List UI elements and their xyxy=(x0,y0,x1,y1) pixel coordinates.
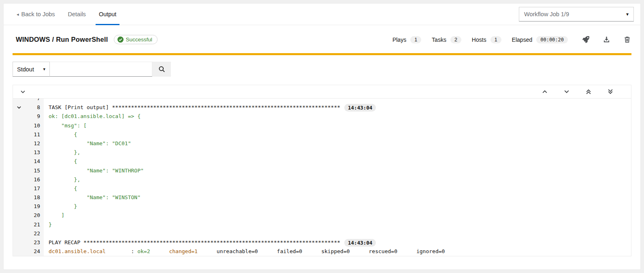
line-content: } xyxy=(44,202,77,211)
output-line: 20 ] xyxy=(13,211,631,220)
job-output-page: ◂ Back to Jobs Details Output Workflow J… xyxy=(3,3,641,270)
stat-hosts-count: 1 xyxy=(490,36,501,43)
line-gutter: 13 xyxy=(13,148,44,157)
output-line: 16 }, xyxy=(13,175,631,184)
output-line: 8TASK [Print output] *******************… xyxy=(13,103,631,112)
code-segment: } xyxy=(49,202,77,211)
line-content: ok: [dc01.ansible.local] => { xyxy=(44,112,141,121)
output-line: 23PLAY RECAP ***************************… xyxy=(13,238,631,247)
download-output-button[interactable] xyxy=(602,35,611,44)
page-title: WINDOWS / Run PowerShell xyxy=(16,36,108,43)
search-button[interactable] xyxy=(152,62,171,77)
output-search-row: Stdout ▾ xyxy=(13,62,631,77)
timestamp-badge: 14:43:04 xyxy=(344,104,376,112)
stdout-lines: 7 8TASK [Print output] *****************… xyxy=(13,99,631,256)
relaunch-button[interactable] xyxy=(582,35,590,44)
chevron-down-icon xyxy=(564,89,569,95)
tab-bar: ◂ Back to Jobs Details Output Workflow J… xyxy=(4,4,640,25)
code-segment: } xyxy=(49,220,52,229)
back-to-jobs-link[interactable]: ◂ Back to Jobs xyxy=(10,4,62,25)
line-gutter: 24 xyxy=(13,247,44,256)
back-caret-icon: ◂ xyxy=(17,12,19,17)
line-number: 16 xyxy=(25,175,44,184)
line-gutter: 16 xyxy=(13,175,44,184)
line-content: PLAY RECAP *****************************… xyxy=(44,238,376,247)
chevron-down-icon xyxy=(20,89,26,95)
workflow-job-select[interactable]: Workflow Job 1/9 ▾ xyxy=(519,7,634,21)
double-chevron-down-icon xyxy=(608,88,613,95)
line-number: 24 xyxy=(25,247,44,256)
output-line: 13 }, xyxy=(13,148,631,157)
line-number: 9 xyxy=(25,112,44,121)
line-number: 8 xyxy=(25,103,44,112)
stat-hosts-label: Hosts xyxy=(472,37,486,43)
line-number: 23 xyxy=(25,238,44,247)
line-content: }, xyxy=(44,148,80,157)
line-number: 18 xyxy=(25,193,44,202)
output-line: 18 "Name": "WINSTON" xyxy=(13,193,631,202)
code-segment: ] xyxy=(49,211,64,220)
code-segment: "Name": "WINTHROP" xyxy=(49,166,144,175)
chevron-down-icon xyxy=(17,105,21,110)
collapse-all-toggle[interactable] xyxy=(19,88,27,96)
scroll-previous-button[interactable] xyxy=(540,87,550,96)
line-content xyxy=(44,99,49,103)
scroll-next-button[interactable] xyxy=(561,87,572,96)
stat-elapsed: Elapsed 00:00:20 xyxy=(512,36,568,43)
line-number: 20 xyxy=(25,211,44,220)
line-content: dc01.ansible.local : ok=2 changed=1 unre… xyxy=(44,247,445,256)
delete-job-button[interactable] xyxy=(623,35,631,44)
line-number: 21 xyxy=(25,220,44,229)
line-number: 12 xyxy=(25,139,44,148)
workflow-job-select-value: Workflow Job 1/9 xyxy=(524,11,569,17)
double-chevron-up-icon xyxy=(586,88,591,95)
output-line: 21} xyxy=(13,220,631,229)
chevron-up-icon xyxy=(542,89,548,95)
stat-tasks: Tasks 2 xyxy=(432,36,461,43)
tab-details[interactable]: Details xyxy=(62,4,92,25)
search-input[interactable] xyxy=(50,62,152,77)
line-content: TASK [Print output] ********************… xyxy=(44,103,376,112)
line-gutter: 10 xyxy=(13,121,44,130)
line-gutter: 11 xyxy=(13,130,44,139)
job-header: WINDOWS / Run PowerShell Successful Play… xyxy=(13,25,631,51)
download-icon xyxy=(603,36,610,43)
search-type-value: Stdout xyxy=(17,66,34,73)
line-content: "msg": [ xyxy=(44,121,87,130)
line-expand-toggle[interactable] xyxy=(13,105,25,110)
stat-tasks-count: 2 xyxy=(450,36,461,43)
tab-output[interactable]: Output xyxy=(92,4,123,25)
code-segment: { xyxy=(49,130,77,139)
code-segment: }, xyxy=(49,148,80,157)
output-line: 22 xyxy=(13,229,631,238)
line-number: 17 xyxy=(25,184,44,193)
line-gutter: 15 xyxy=(13,166,44,175)
stat-plays-label: Plays xyxy=(392,37,406,43)
output-line: 10 "msg": [ xyxy=(13,121,631,130)
code-segment: { xyxy=(49,157,77,166)
search-type-select[interactable]: Stdout ▾ xyxy=(13,62,50,77)
caret-down-icon: ▾ xyxy=(626,11,629,17)
scroll-top-button[interactable] xyxy=(583,87,594,97)
code-segment: { xyxy=(49,184,77,193)
code-segment: TASK [Print output] ********************… xyxy=(49,103,340,112)
scroll-bottom-button[interactable] xyxy=(605,87,616,97)
line-gutter: 20 xyxy=(13,211,44,220)
line-gutter: 22 xyxy=(13,229,44,238)
line-content: "Name": "WINSTON" xyxy=(44,193,141,202)
output-line: 24dc01.ansible.local : ok=2 changed=1 un… xyxy=(13,247,631,256)
line-content: "Name": "WINTHROP" xyxy=(44,166,144,175)
stat-plays-count: 1 xyxy=(410,36,421,43)
stat-tasks-label: Tasks xyxy=(432,37,446,43)
line-number: 10 xyxy=(25,121,44,130)
check-circle-icon xyxy=(117,37,124,43)
line-gutter: 21 xyxy=(13,220,44,229)
line-number: 19 xyxy=(25,202,44,211)
line-number: 15 xyxy=(25,166,44,175)
line-number: 22 xyxy=(25,229,44,238)
tab-details-label: Details xyxy=(68,11,86,17)
stdout-pane: 7 8TASK [Print output] *****************… xyxy=(13,85,631,256)
code-segment: "msg": [ xyxy=(49,121,87,130)
search-icon xyxy=(158,66,165,73)
tab-output-label: Output xyxy=(99,11,117,17)
